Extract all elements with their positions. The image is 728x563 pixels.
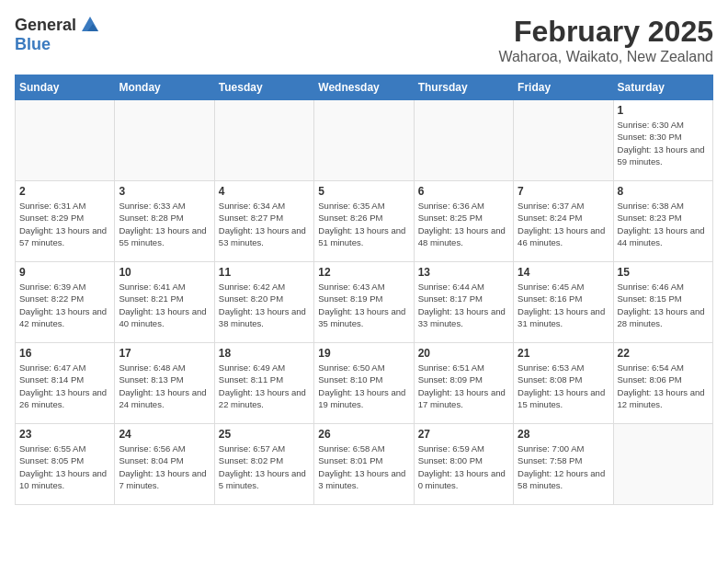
day-info: Sunrise: 6:59 AM Sunset: 8:00 PM Dayligh…	[418, 442, 509, 491]
day-info: Sunrise: 6:43 AM Sunset: 8:19 PM Dayligh…	[318, 281, 409, 329]
day-cell	[214, 100, 313, 181]
day-number: 23	[19, 428, 110, 441]
day-cell: 1Sunrise: 6:30 AM Sunset: 8:30 PM Daylig…	[613, 100, 712, 181]
day-number: 25	[219, 428, 310, 441]
day-cell: 25Sunrise: 6:57 AM Sunset: 8:02 PM Dayli…	[214, 424, 313, 505]
day-cell: 26Sunrise: 6:58 AM Sunset: 8:01 PM Dayli…	[314, 424, 414, 505]
day-info: Sunrise: 6:48 AM Sunset: 8:13 PM Dayligh…	[119, 362, 210, 410]
day-cell: 23Sunrise: 6:55 AM Sunset: 8:05 PM Dayli…	[16, 424, 115, 505]
day-info: Sunrise: 6:38 AM Sunset: 8:23 PM Dayligh…	[618, 200, 709, 248]
day-cell	[613, 424, 712, 505]
day-number: 7	[518, 185, 609, 198]
day-info: Sunrise: 6:33 AM Sunset: 8:28 PM Dayligh…	[119, 200, 210, 248]
day-info: Sunrise: 6:58 AM Sunset: 8:01 PM Dayligh…	[318, 442, 409, 491]
header-day-monday: Monday	[115, 75, 214, 100]
day-info: Sunrise: 6:57 AM Sunset: 8:02 PM Dayligh…	[219, 442, 310, 491]
day-number: 8	[618, 185, 709, 198]
day-cell: 4Sunrise: 6:34 AM Sunset: 8:27 PM Daylig…	[214, 181, 313, 262]
day-cell: 24Sunrise: 6:56 AM Sunset: 8:04 PM Dayli…	[115, 424, 214, 505]
calendar-body: 1Sunrise: 6:30 AM Sunset: 8:30 PM Daylig…	[16, 100, 713, 505]
logo: General Blue	[15, 15, 100, 54]
day-info: Sunrise: 6:35 AM Sunset: 8:26 PM Dayligh…	[318, 200, 409, 248]
day-cell	[414, 100, 513, 181]
header-day-friday: Friday	[514, 75, 613, 100]
day-number: 13	[418, 266, 509, 279]
day-number: 3	[119, 185, 210, 198]
day-cell: 20Sunrise: 6:51 AM Sunset: 8:09 PM Dayli…	[414, 343, 513, 424]
calendar-header: SundayMondayTuesdayWednesdayThursdayFrid…	[16, 75, 713, 100]
day-cell: 7Sunrise: 6:37 AM Sunset: 8:24 PM Daylig…	[514, 181, 613, 262]
day-cell: 14Sunrise: 6:45 AM Sunset: 8:16 PM Dayli…	[514, 262, 613, 343]
day-cell: 21Sunrise: 6:53 AM Sunset: 8:08 PM Dayli…	[514, 343, 613, 424]
day-number: 27	[418, 428, 509, 441]
day-number: 26	[318, 428, 409, 441]
day-number: 22	[618, 347, 709, 360]
day-cell: 16Sunrise: 6:47 AM Sunset: 8:14 PM Dayli…	[16, 343, 115, 424]
day-cell: 17Sunrise: 6:48 AM Sunset: 8:13 PM Dayli…	[115, 343, 214, 424]
title-area: February 2025 Waharoa, Waikato, New Zeal…	[498, 15, 713, 65]
day-cell: 22Sunrise: 6:54 AM Sunset: 8:06 PM Dayli…	[613, 343, 712, 424]
day-info: Sunrise: 6:56 AM Sunset: 8:04 PM Dayligh…	[119, 442, 210, 491]
day-info: Sunrise: 6:31 AM Sunset: 8:29 PM Dayligh…	[19, 200, 110, 248]
day-info: Sunrise: 6:45 AM Sunset: 8:16 PM Dayligh…	[518, 281, 609, 329]
day-number: 15	[618, 266, 709, 279]
day-info: Sunrise: 6:37 AM Sunset: 8:24 PM Dayligh…	[518, 200, 609, 248]
header-day-wednesday: Wednesday	[314, 75, 414, 100]
week-row-3: 16Sunrise: 6:47 AM Sunset: 8:14 PM Dayli…	[16, 343, 713, 424]
day-number: 14	[518, 266, 609, 279]
day-number: 21	[518, 347, 609, 360]
day-cell: 13Sunrise: 6:44 AM Sunset: 8:17 PM Dayli…	[414, 262, 513, 343]
day-info: Sunrise: 6:55 AM Sunset: 8:05 PM Dayligh…	[19, 442, 110, 491]
header-day-tuesday: Tuesday	[214, 75, 313, 100]
day-info: Sunrise: 6:34 AM Sunset: 8:27 PM Dayligh…	[219, 200, 310, 248]
calendar-subtitle: Waharoa, Waikato, New Zealand	[498, 49, 713, 65]
header-day-sunday: Sunday	[16, 75, 115, 100]
day-cell: 10Sunrise: 6:41 AM Sunset: 8:21 PM Dayli…	[115, 262, 214, 343]
day-info: Sunrise: 6:39 AM Sunset: 8:22 PM Dayligh…	[19, 281, 110, 329]
day-number: 1	[618, 104, 709, 117]
logo-icon	[80, 15, 100, 35]
day-cell: 11Sunrise: 6:42 AM Sunset: 8:20 PM Dayli…	[214, 262, 313, 343]
day-number: 28	[518, 428, 609, 441]
day-number: 2	[19, 185, 110, 198]
header: General Blue February 2025 Waharoa, Waik…	[15, 15, 713, 65]
day-cell	[514, 100, 613, 181]
week-row-1: 2Sunrise: 6:31 AM Sunset: 8:29 PM Daylig…	[16, 181, 713, 262]
day-number: 16	[19, 347, 110, 360]
header-row: SundayMondayTuesdayWednesdayThursdayFrid…	[16, 75, 713, 100]
day-number: 6	[418, 185, 509, 198]
day-cell: 18Sunrise: 6:49 AM Sunset: 8:11 PM Dayli…	[214, 343, 313, 424]
day-info: Sunrise: 6:46 AM Sunset: 8:15 PM Dayligh…	[618, 281, 709, 329]
day-cell: 15Sunrise: 6:46 AM Sunset: 8:15 PM Dayli…	[613, 262, 712, 343]
day-info: Sunrise: 6:30 AM Sunset: 8:30 PM Dayligh…	[618, 119, 709, 167]
day-info: Sunrise: 6:42 AM Sunset: 8:20 PM Dayligh…	[219, 281, 310, 329]
day-number: 17	[119, 347, 210, 360]
day-number: 18	[219, 347, 310, 360]
day-info: Sunrise: 6:53 AM Sunset: 8:08 PM Dayligh…	[518, 362, 609, 410]
day-number: 24	[119, 428, 210, 441]
day-number: 5	[318, 185, 409, 198]
day-info: Sunrise: 6:41 AM Sunset: 8:21 PM Dayligh…	[119, 281, 210, 329]
day-cell: 28Sunrise: 7:00 AM Sunset: 7:58 PM Dayli…	[514, 424, 613, 505]
week-row-4: 23Sunrise: 6:55 AM Sunset: 8:05 PM Dayli…	[16, 424, 713, 505]
day-info: Sunrise: 6:54 AM Sunset: 8:06 PM Dayligh…	[618, 362, 709, 410]
day-cell: 3Sunrise: 6:33 AM Sunset: 8:28 PM Daylig…	[115, 181, 214, 262]
day-info: Sunrise: 6:50 AM Sunset: 8:10 PM Dayligh…	[318, 362, 409, 410]
header-day-saturday: Saturday	[613, 75, 712, 100]
day-cell	[16, 100, 115, 181]
day-cell: 5Sunrise: 6:35 AM Sunset: 8:26 PM Daylig…	[314, 181, 414, 262]
day-cell: 9Sunrise: 6:39 AM Sunset: 8:22 PM Daylig…	[16, 262, 115, 343]
day-info: Sunrise: 6:47 AM Sunset: 8:14 PM Dayligh…	[19, 362, 110, 410]
logo-general-text: General	[15, 16, 76, 35]
week-row-2: 9Sunrise: 6:39 AM Sunset: 8:22 PM Daylig…	[16, 262, 713, 343]
day-cell	[314, 100, 414, 181]
day-cell: 27Sunrise: 6:59 AM Sunset: 8:00 PM Dayli…	[414, 424, 513, 505]
logo-blue-text: Blue	[15, 35, 51, 53]
calendar-table: SundayMondayTuesdayWednesdayThursdayFrid…	[15, 75, 713, 505]
day-info: Sunrise: 6:49 AM Sunset: 8:11 PM Dayligh…	[219, 362, 310, 410]
day-number: 10	[119, 266, 210, 279]
day-number: 20	[418, 347, 509, 360]
day-number: 19	[318, 347, 409, 360]
day-number: 12	[318, 266, 409, 279]
day-info: Sunrise: 6:44 AM Sunset: 8:17 PM Dayligh…	[418, 281, 509, 329]
